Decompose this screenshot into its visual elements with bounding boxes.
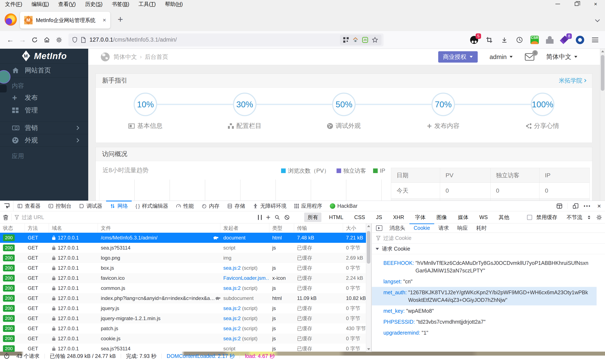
devtools-tab-application[interactable]: 应用程序 bbox=[290, 201, 326, 211]
bookmark-star-icon[interactable] bbox=[372, 37, 378, 43]
window-restore-button[interactable] bbox=[567, 0, 586, 8]
cookie-entry[interactable]: PHPSESSID: "td23vbs7cvmdhmtjjdrjott2a7" bbox=[372, 316, 597, 327]
blue-ring-extension-icon[interactable] bbox=[576, 36, 584, 44]
pause-traffic-icon[interactable] bbox=[258, 215, 262, 220]
network-settings-gear-icon[interactable] bbox=[596, 214, 602, 220]
browser-tab[interactable]: M MetInfo企业网站管理系统 × bbox=[20, 12, 110, 28]
scroll-down-icon[interactable] bbox=[367, 348, 370, 350]
request-count[interactable]: 43 个请求 bbox=[11, 354, 45, 359]
scroll-thumb[interactable] bbox=[601, 55, 604, 91]
request-row[interactable]: 200 GET 127.0.0.1 sea.js?53114 script js… bbox=[0, 243, 366, 253]
menu-bookmarks[interactable]: 书签(B) bbox=[112, 1, 129, 8]
purple-extension-icon[interactable]: 8 bbox=[560, 36, 569, 44]
col-domain[interactable]: 域名 bbox=[49, 223, 98, 233]
devtools-tab-storage[interactable]: 存储 bbox=[223, 201, 249, 211]
split-console-button[interactable] bbox=[554, 201, 565, 211]
col-size[interactable]: 大小 bbox=[343, 223, 366, 233]
devtools-tab-performance[interactable]: 性能 bbox=[172, 201, 198, 211]
details-tab-cookie[interactable]: Cookie bbox=[410, 223, 434, 233]
cookie-entry[interactable]: met_key: "wpAEMo8" bbox=[372, 305, 597, 316]
url-bar[interactable]: 127.0.0.1/cms/MetInfo5.3.1/admin/ JS bbox=[68, 33, 384, 46]
disable-cache-checkbox[interactable] bbox=[527, 215, 532, 220]
details-tab-headers[interactable]: 消息头 bbox=[385, 223, 410, 233]
sidebar-item-publish[interactable]: + 发布 bbox=[0, 91, 88, 104]
request-row[interactable]: 200 GET 127.0.0.1 box.js sea.js:2 (scrip… bbox=[0, 263, 366, 273]
devtools-tab-debugger[interactable]: 调试器 bbox=[75, 201, 106, 211]
details-tab-request[interactable]: 请求 bbox=[434, 223, 453, 233]
cookie-entry[interactable]: BEEFHOOK: "hVMnllvTfEkz6CdcAMuDrTy8GsJ0O… bbox=[372, 258, 597, 276]
cookie-entry-highlighted[interactable]: met_auth: "1267BKJK8TV1J2eY/gtWKcKpn2Y/b… bbox=[372, 287, 597, 305]
sidebar-item-manage[interactable]: 管理 bbox=[0, 104, 88, 117]
menu-file[interactable]: 文件(F) bbox=[5, 1, 22, 8]
col-status[interactable]: 状态 bbox=[0, 223, 25, 233]
guide-step-basic-info[interactable]: 10% 基本信息 bbox=[96, 88, 195, 143]
devtools-close-icon[interactable]: × bbox=[593, 201, 605, 211]
filter-images[interactable]: 图像 bbox=[433, 213, 451, 222]
widget-avatar[interactable] bbox=[0, 70, 11, 84]
qr-code-icon[interactable] bbox=[343, 37, 349, 43]
request-row[interactable]: 200 GET 127.0.0.1 index.php?lang=cn&anyi… bbox=[0, 293, 366, 303]
csr-extension-icon[interactable]: CSR bbox=[530, 36, 539, 44]
devtools-tab-inspector[interactable]: 查看器 bbox=[13, 201, 44, 211]
devtools-tab-accessibility[interactable]: 无障碍环境 bbox=[249, 201, 290, 211]
filter-other[interactable]: 其他 bbox=[495, 213, 513, 222]
filter-css[interactable]: CSS bbox=[351, 213, 368, 221]
language-select[interactable]: 简体中文 bbox=[546, 52, 578, 61]
menu-edit[interactable]: 编辑(E) bbox=[31, 1, 49, 8]
request-row[interactable]: 200 GET 127.0.0.1 favicon.ico FaviconLoa… bbox=[0, 273, 366, 283]
devtools-tab-memory[interactable]: 内存 bbox=[198, 201, 223, 211]
throttle-select[interactable]: 不节流 bbox=[566, 214, 582, 221]
devtools-tab-console[interactable]: 控制台 bbox=[44, 201, 75, 211]
request-row[interactable]: 200 GET 127.0.0.1 jquery.js sea.js:2 (sc… bbox=[0, 303, 366, 313]
col-transferred[interactable]: 传输 bbox=[294, 223, 343, 233]
menu-tools[interactable]: 工具(T) bbox=[138, 1, 156, 8]
back-button[interactable]: ← bbox=[4, 34, 16, 46]
cookie-filter-input[interactable]: 过滤 Cookie bbox=[372, 233, 605, 244]
breadcrumb-lang[interactable]: 简体中文 bbox=[114, 53, 137, 61]
request-row[interactable]: 200 GET 127.0.0.1 sea.js?53114 script js… bbox=[0, 344, 366, 352]
request-row[interactable]: 200 GET 127.0.0.1 logo.png img 已缓存 2.69 … bbox=[0, 253, 366, 263]
new-tab-button[interactable]: + bbox=[118, 15, 123, 24]
extension-panda-icon[interactable]: 5 bbox=[470, 36, 478, 44]
mail-button[interactable]: 0 bbox=[525, 53, 534, 61]
devtools-menu-icon[interactable]: ••• bbox=[581, 201, 593, 211]
menu-history[interactable]: 历史(S) bbox=[85, 1, 103, 8]
screenshot-crop-icon[interactable] bbox=[485, 36, 494, 44]
settings-button[interactable] bbox=[53, 34, 65, 46]
block-request-icon[interactable] bbox=[284, 215, 290, 220]
user-menu[interactable]: admin bbox=[489, 53, 513, 61]
home-colored-icon[interactable] bbox=[352, 37, 358, 43]
guide-step-share[interactable]: 100% 分享心情 bbox=[493, 88, 592, 143]
filter-all[interactable]: 所有 bbox=[304, 213, 322, 222]
license-button[interactable]: 商业授权 bbox=[438, 51, 478, 63]
request-row[interactable]: 200 GET 127.0.0.1 /cms/MetInfo5.3.1/admi… bbox=[0, 233, 366, 243]
resend-icon[interactable] bbox=[376, 225, 382, 231]
filter-media[interactable]: 媒体 bbox=[455, 213, 472, 222]
legend-ip[interactable]: IP bbox=[373, 167, 385, 175]
col-initiator[interactable]: 发起者 bbox=[220, 223, 269, 233]
breadcrumb-page[interactable]: 后台首页 bbox=[145, 53, 168, 61]
guide-step-columns[interactable]: 30% 配置栏目 bbox=[195, 88, 295, 143]
scroll-up-icon[interactable] bbox=[601, 51, 604, 52]
node-picker-button[interactable] bbox=[0, 201, 13, 211]
request-row[interactable]: 200 GET 127.0.0.1 common.js sea.js:2 (sc… bbox=[0, 283, 366, 293]
search-icon[interactable] bbox=[275, 215, 280, 220]
sidebar-item-marketing[interactable]: 营销 bbox=[0, 122, 88, 134]
page-scrollbar[interactable] bbox=[600, 49, 605, 201]
request-row[interactable]: 200 GET 127.0.0.1 jquery-migrate-1.2.1.m… bbox=[0, 313, 366, 324]
responsive-design-button[interactable] bbox=[570, 201, 581, 211]
window-minimize-button[interactable] bbox=[548, 0, 567, 8]
guide-step-appearance[interactable]: 50% 调试外观 bbox=[294, 88, 394, 143]
app-menu-hamburger-icon[interactable] bbox=[591, 36, 600, 44]
mituo-academy-link[interactable]: 米拓学院 bbox=[559, 77, 586, 85]
network-scrollbar[interactable] bbox=[366, 223, 371, 352]
window-close-button[interactable]: × bbox=[586, 0, 605, 8]
sidebar-item-appearance[interactable]: 外观 bbox=[0, 134, 88, 146]
menu-view[interactable]: 查看(V) bbox=[58, 1, 76, 8]
floating-extension-widget[interactable] bbox=[0, 70, 11, 92]
list-all-tabs-icon[interactable] bbox=[595, 17, 600, 22]
devtools-tab-style-editor[interactable]: { }样式编辑器 bbox=[132, 201, 172, 211]
filter-fonts[interactable]: 字体 bbox=[412, 213, 429, 222]
details-tab-response[interactable]: 响应 bbox=[453, 223, 472, 233]
col-file[interactable]: 文件 bbox=[98, 223, 220, 233]
